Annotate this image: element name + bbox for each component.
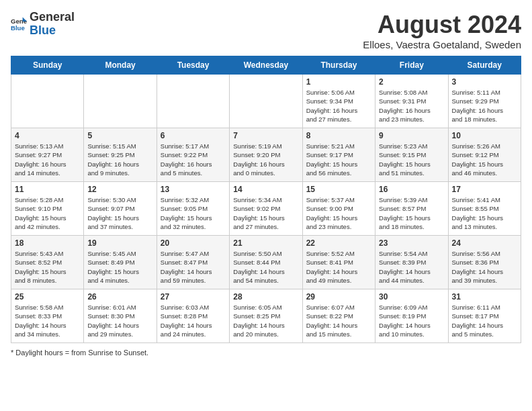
day-cell: 31Sunrise: 6:11 AM Sunset: 8:17 PM Dayli…: [448, 289, 521, 343]
day-cell: 19Sunrise: 5:45 AM Sunset: 8:49 PM Dayli…: [84, 236, 157, 289]
week-row-1: 1Sunrise: 5:06 AM Sunset: 9:34 PM Daylig…: [11, 75, 521, 128]
day-info: Sunrise: 5:43 AM Sunset: 8:52 PM Dayligh…: [15, 249, 80, 285]
header-day-saturday: Saturday: [448, 56, 521, 75]
week-row-4: 18Sunrise: 5:43 AM Sunset: 8:52 PM Dayli…: [11, 236, 521, 289]
day-number: 18: [15, 238, 80, 248]
day-info: Sunrise: 5:47 AM Sunset: 8:47 PM Dayligh…: [161, 249, 226, 285]
day-number: 23: [379, 238, 444, 248]
day-info: Sunrise: 6:05 AM Sunset: 8:25 PM Dayligh…: [233, 303, 298, 338]
day-number: 21: [233, 238, 298, 248]
calendar-table: SundayMondayTuesdayWednesdayThursdayFrid…: [11, 56, 521, 343]
day-number: 26: [87, 292, 152, 302]
day-cell: 18Sunrise: 5:43 AM Sunset: 8:52 PM Dayli…: [11, 236, 84, 289]
day-cell: 13Sunrise: 5:32 AM Sunset: 9:05 PM Dayli…: [157, 182, 229, 236]
svg-text:Blue: Blue: [11, 24, 25, 32]
day-cell: 16Sunrise: 5:39 AM Sunset: 8:57 PM Dayli…: [375, 182, 448, 236]
header-day-wednesday: Wednesday: [230, 56, 302, 75]
day-cell: [230, 75, 302, 128]
logo-icon: General Blue: [11, 16, 27, 32]
day-cell: 15Sunrise: 5:37 AM Sunset: 9:00 PM Dayli…: [302, 182, 375, 236]
day-cell: 3Sunrise: 5:11 AM Sunset: 9:29 PM Daylig…: [448, 75, 521, 128]
day-number: 15: [306, 185, 371, 194]
day-number: 27: [161, 292, 226, 302]
day-number: 30: [379, 292, 444, 302]
day-info: Sunrise: 5:17 AM Sunset: 9:22 PM Dayligh…: [161, 142, 226, 177]
day-cell: 7Sunrise: 5:19 AM Sunset: 9:20 PM Daylig…: [230, 128, 302, 182]
day-info: Sunrise: 5:06 AM Sunset: 9:34 PM Dayligh…: [306, 88, 371, 124]
day-info: Sunrise: 5:28 AM Sunset: 9:10 PM Dayligh…: [15, 195, 80, 231]
logo-blue-text: Blue: [30, 24, 75, 38]
day-cell: 24Sunrise: 5:56 AM Sunset: 8:36 PM Dayli…: [448, 236, 521, 289]
day-cell: 23Sunrise: 5:54 AM Sunset: 8:39 PM Dayli…: [375, 236, 448, 289]
week-row-3: 11Sunrise: 5:28 AM Sunset: 9:10 PM Dayli…: [11, 182, 521, 236]
day-cell: 9Sunrise: 5:23 AM Sunset: 9:15 PM Daylig…: [375, 128, 448, 182]
day-cell: 6Sunrise: 5:17 AM Sunset: 9:22 PM Daylig…: [157, 128, 229, 182]
day-info: Sunrise: 5:15 AM Sunset: 9:25 PM Dayligh…: [87, 142, 152, 177]
day-info: Sunrise: 5:32 AM Sunset: 9:05 PM Dayligh…: [161, 195, 226, 231]
day-number: 2: [379, 77, 444, 87]
header-row: SundayMondayTuesdayWednesdayThursdayFrid…: [11, 56, 521, 75]
day-info: Sunrise: 5:37 AM Sunset: 9:00 PM Dayligh…: [306, 195, 371, 231]
day-cell: 30Sunrise: 6:09 AM Sunset: 8:19 PM Dayli…: [375, 289, 448, 343]
day-cell: [84, 75, 157, 128]
day-cell: 20Sunrise: 5:47 AM Sunset: 8:47 PM Dayli…: [157, 236, 229, 289]
calendar-header: SundayMondayTuesdayWednesdayThursdayFrid…: [11, 56, 521, 75]
day-number: 1: [306, 77, 371, 87]
day-cell: 25Sunrise: 5:58 AM Sunset: 8:33 PM Dayli…: [11, 289, 84, 343]
day-info: Sunrise: 5:41 AM Sunset: 8:55 PM Dayligh…: [452, 195, 517, 231]
day-cell: 27Sunrise: 6:03 AM Sunset: 8:28 PM Dayli…: [157, 289, 229, 343]
day-number: 5: [87, 131, 152, 140]
calendar-title: August 2024: [363, 11, 521, 39]
day-number: 25: [15, 292, 80, 302]
day-number: 22: [306, 238, 371, 248]
day-number: 19: [87, 238, 152, 248]
day-number: 13: [161, 185, 226, 194]
header: General Blue General Blue August 2024 El…: [11, 11, 521, 50]
day-cell: 28Sunrise: 6:05 AM Sunset: 8:25 PM Dayli…: [230, 289, 302, 343]
day-info: Sunrise: 5:45 AM Sunset: 8:49 PM Dayligh…: [87, 249, 152, 285]
day-number: 24: [452, 238, 517, 248]
header-day-friday: Friday: [375, 56, 448, 75]
day-number: 31: [452, 292, 517, 302]
day-info: Sunrise: 5:19 AM Sunset: 9:20 PM Dayligh…: [233, 142, 298, 177]
day-number: 17: [452, 185, 517, 194]
logo-general-text: General: [30, 11, 75, 24]
logo: General Blue General Blue: [11, 11, 75, 38]
footer-note: * Daylight hours = from Sunrise to Sunse…: [11, 349, 521, 357]
day-cell: 5Sunrise: 5:15 AM Sunset: 9:25 PM Daylig…: [84, 128, 157, 182]
day-number: 20: [161, 238, 226, 248]
day-info: Sunrise: 6:03 AM Sunset: 8:28 PM Dayligh…: [161, 303, 226, 338]
day-cell: [11, 75, 84, 128]
day-cell: 4Sunrise: 5:13 AM Sunset: 9:27 PM Daylig…: [11, 128, 84, 182]
day-info: Sunrise: 6:07 AM Sunset: 8:22 PM Dayligh…: [306, 303, 371, 338]
day-number: 10: [452, 131, 517, 140]
day-number: 28: [233, 292, 298, 302]
day-info: Sunrise: 5:21 AM Sunset: 9:17 PM Dayligh…: [306, 142, 371, 177]
header-day-sunday: Sunday: [11, 56, 84, 75]
week-row-5: 25Sunrise: 5:58 AM Sunset: 8:33 PM Dayli…: [11, 289, 521, 343]
day-cell: 2Sunrise: 5:08 AM Sunset: 9:31 PM Daylig…: [375, 75, 448, 128]
day-info: Sunrise: 5:08 AM Sunset: 9:31 PM Dayligh…: [379, 88, 444, 124]
day-number: 8: [306, 131, 371, 140]
day-cell: 10Sunrise: 5:26 AM Sunset: 9:12 PM Dayli…: [448, 128, 521, 182]
day-number: 11: [15, 185, 80, 194]
day-cell: 14Sunrise: 5:34 AM Sunset: 9:02 PM Dayli…: [230, 182, 302, 236]
day-info: Sunrise: 5:39 AM Sunset: 8:57 PM Dayligh…: [379, 195, 444, 231]
header-day-tuesday: Tuesday: [157, 56, 229, 75]
day-cell: 21Sunrise: 5:50 AM Sunset: 8:44 PM Dayli…: [230, 236, 302, 289]
header-day-thursday: Thursday: [302, 56, 375, 75]
title-area: August 2024 Elloes, Vaestra Goetaland, S…: [363, 11, 521, 50]
day-cell: [157, 75, 229, 128]
day-info: Sunrise: 6:09 AM Sunset: 8:19 PM Dayligh…: [379, 303, 444, 338]
day-cell: 17Sunrise: 5:41 AM Sunset: 8:55 PM Dayli…: [448, 182, 521, 236]
day-info: Sunrise: 5:23 AM Sunset: 9:15 PM Dayligh…: [379, 142, 444, 177]
day-cell: 11Sunrise: 5:28 AM Sunset: 9:10 PM Dayli…: [11, 182, 84, 236]
day-info: Sunrise: 6:11 AM Sunset: 8:17 PM Dayligh…: [452, 303, 517, 338]
day-number: 7: [233, 131, 298, 140]
day-number: 14: [233, 185, 298, 194]
day-number: 3: [452, 77, 517, 87]
day-number: 12: [87, 185, 152, 194]
day-cell: 26Sunrise: 6:01 AM Sunset: 8:30 PM Dayli…: [84, 289, 157, 343]
day-info: Sunrise: 5:56 AM Sunset: 8:36 PM Dayligh…: [452, 249, 517, 285]
day-info: Sunrise: 5:26 AM Sunset: 9:12 PM Dayligh…: [452, 142, 517, 177]
